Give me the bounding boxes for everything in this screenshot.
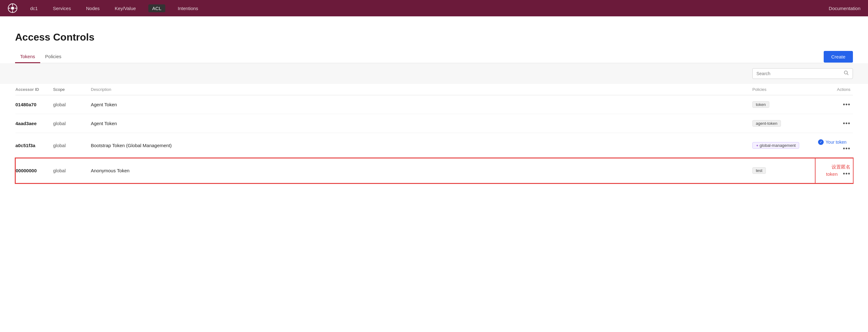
cell-actions: 设置匿名token ••• (815, 158, 853, 183)
table-header-row: Accessor ID Scope Description Policies A… (16, 84, 853, 95)
consul-logo (7, 3, 18, 13)
cell-policies: token (752, 95, 815, 114)
th-description: Description (91, 84, 752, 95)
th-accessor-id: Accessor ID (16, 84, 53, 95)
search-input[interactable] (756, 71, 841, 76)
search-section (0, 63, 868, 84)
cell-description: Bootstrap Token (Global Management) (91, 133, 752, 158)
cell-description: Agent Token (91, 114, 752, 133)
search-box[interactable] (752, 68, 853, 79)
cell-policies: agent-token (752, 114, 815, 133)
nav-keyvalue[interactable]: Key/Value (112, 4, 138, 12)
nav-nodes[interactable]: Nodes (84, 4, 102, 12)
table-row: a0c51f3a global Bootstrap Token (Global … (16, 133, 853, 158)
svg-point-1 (11, 7, 14, 10)
nav-acl[interactable]: ACL (148, 4, 165, 12)
policy-badge-star: global-management (752, 142, 799, 149)
cell-description: Agent Token (91, 95, 752, 114)
th-actions: Actions (815, 84, 853, 95)
table-wrapper: Accessor ID Scope Description Policies A… (15, 84, 853, 184)
tab-tokens[interactable]: Tokens (15, 51, 40, 63)
cell-accessor-id: a0c51f3a (16, 133, 53, 158)
actions-menu-button[interactable]: ••• (843, 101, 850, 108)
actions-menu-button[interactable]: ••• (843, 145, 850, 152)
cell-policies: test (752, 158, 815, 183)
nav-intentions[interactable]: Intentions (175, 4, 201, 12)
tabs-row: Tokens Policies Create (15, 51, 853, 63)
policy-badge: test (752, 167, 766, 174)
tab-policies[interactable]: Policies (40, 51, 67, 63)
cell-accessor-id: 4aad3aee (16, 114, 53, 133)
nav-services[interactable]: Services (50, 4, 73, 12)
cell-scope: global (53, 158, 91, 183)
page-content: Access Controls Tokens Policies Create (0, 17, 868, 332)
cell-actions: ••• (815, 114, 853, 133)
search-icon (844, 70, 849, 77)
page-title: Access Controls (15, 31, 853, 43)
table-row-highlighted: 00000000 global Anonymous Token test 设置匿… (16, 158, 853, 183)
cell-accessor-id: 01480a70 (16, 95, 53, 114)
your-token-check-icon: ✓ (818, 139, 824, 145)
th-scope: Scope (53, 84, 91, 95)
actions-menu-button[interactable]: ••• (843, 170, 850, 177)
th-policies: Policies (752, 84, 815, 95)
cell-scope: global (53, 95, 91, 114)
cell-accessor-id: 00000000 (16, 158, 53, 183)
svg-line-7 (847, 74, 848, 75)
cell-description: Anonymous Token (91, 158, 752, 183)
actions-menu-button[interactable]: ••• (843, 120, 850, 127)
navbar: dc1 Services Nodes Key/Value ACL Intenti… (0, 0, 868, 17)
tokens-table: Accessor ID Scope Description Policies A… (15, 84, 853, 184)
your-token-text: Your token (826, 140, 846, 145)
create-button[interactable]: Create (824, 51, 853, 63)
policy-badge: agent-token (752, 120, 781, 127)
cell-actions: ✓ Your token ••• (815, 133, 853, 158)
table-row: 4aad3aee global Agent Token agent-token … (16, 114, 853, 133)
cell-policies: global-management (752, 133, 815, 158)
cell-scope: global (53, 133, 91, 158)
cell-scope: global (53, 114, 91, 133)
table-row: 01480a70 global Agent Token token ••• (16, 95, 853, 114)
policy-badge: token (752, 101, 769, 108)
cell-actions: ••• (815, 95, 853, 114)
your-token-label: ✓ Your token (818, 139, 846, 145)
nav-dc1[interactable]: dc1 (28, 4, 40, 12)
nav-documentation[interactable]: Documentation (829, 6, 861, 11)
